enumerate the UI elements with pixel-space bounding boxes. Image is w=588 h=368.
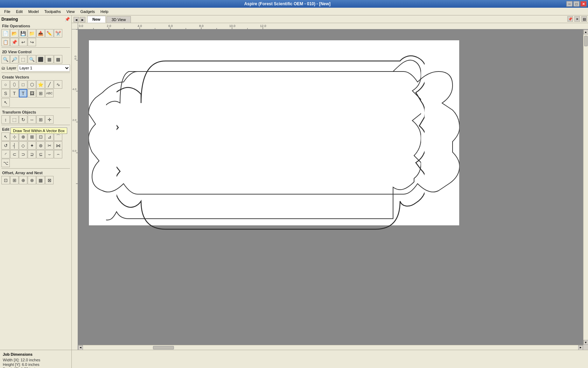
- view-all-btn[interactable]: ⬛: [36, 55, 45, 63]
- rotate-segment-btn[interactable]: ↺: [1, 141, 10, 150]
- path-array-btn[interactable]: ⊠: [45, 176, 54, 184]
- node-edit-btn[interactable]: ✏️: [45, 29, 54, 38]
- vertical-scrollbar[interactable]: ▲ ▼: [583, 29, 588, 345]
- create-vectors-grid: ○ ⬯ □ ⬡ ⭐ ╱ ∿ S T T 🖼 ⊞ ABC: [1, 80, 70, 97]
- menu-toolpaths[interactable]: Toolpaths: [42, 9, 64, 14]
- new-file-btn[interactable]: 📄: [1, 29, 10, 38]
- menu-view[interactable]: View: [64, 9, 78, 14]
- circular-array-btn[interactable]: ⊕: [19, 176, 27, 184]
- draw-s-curve-btn[interactable]: S: [1, 89, 10, 97]
- select-btn[interactable]: ↖: [1, 132, 10, 141]
- vscroll-up-btn[interactable]: ▲: [583, 29, 588, 34]
- close-btn[interactable]: ⊃: [19, 150, 27, 158]
- fillet-btn[interactable]: ◇: [19, 141, 27, 150]
- draw-rect-btn[interactable]: □: [19, 80, 27, 89]
- draw-polygon-btn[interactable]: ⬡: [28, 80, 36, 89]
- hscroll-thumb[interactable]: [153, 346, 174, 349]
- svg-text:4.0: 4.0: [72, 88, 77, 91]
- tab-close-btn[interactable]: ✕: [574, 16, 580, 22]
- horizontal-scrollbar[interactable]: ◄ ►: [78, 345, 583, 350]
- draw-text-btn[interactable]: T: [10, 89, 19, 97]
- tab-bar: ◄ ► New 3D View 📌 ✕ ▤: [72, 15, 588, 23]
- toolbox-toggle-btn[interactable]: ▤: [581, 16, 587, 22]
- arc-btn[interactable]: ◜: [1, 150, 10, 158]
- draw-curve-btn[interactable]: ∿: [54, 80, 62, 89]
- job-dim-width: Width [X]: 12.0 inches: [3, 358, 69, 362]
- select-connected-btn[interactable]: ⊠: [28, 132, 36, 141]
- menu-help[interactable]: Help: [98, 9, 111, 14]
- tab-pin-btn[interactable]: 📌: [567, 16, 573, 22]
- maximize-button[interactable]: □: [573, 1, 580, 7]
- break-btn[interactable]: ⊂: [10, 150, 19, 158]
- undo-btn[interactable]: ↩: [19, 38, 27, 46]
- draw-text-box-btn[interactable]: T: [19, 89, 27, 97]
- separator-4: [1, 125, 70, 125]
- zoom-in-btn[interactable]: 🔎: [10, 55, 19, 63]
- select-region-btn[interactable]: ⊡: [36, 132, 45, 141]
- tab-new[interactable]: New: [87, 16, 106, 23]
- toggle-grid-btn[interactable]: ▩: [54, 55, 62, 63]
- menu-edit[interactable]: Edit: [13, 9, 26, 14]
- sidebar-pin-icon[interactable]: 📌: [65, 17, 70, 22]
- open-btn[interactable]: ⌣: [45, 150, 54, 158]
- split-btn[interactable]: ⋈: [54, 141, 62, 150]
- save-file-btn[interactable]: 💾: [19, 29, 27, 38]
- copy-btn[interactable]: 📋: [1, 38, 10, 46]
- view-options-btn[interactable]: ▦: [45, 55, 54, 63]
- draw-line-btn[interactable]: ╱: [45, 80, 54, 89]
- draw-star-btn[interactable]: ⭐: [36, 80, 45, 89]
- cut-btn[interactable]: ✂️: [54, 29, 62, 38]
- node-select-btn[interactable]: ⊹: [10, 132, 19, 141]
- import-btn[interactable]: 📥: [36, 29, 45, 38]
- hscroll-left-btn[interactable]: ◄: [78, 345, 83, 350]
- layer-select[interactable]: Layer 1: [18, 64, 70, 71]
- minimize-button[interactable]: ─: [566, 1, 573, 7]
- measure-btn[interactable]: ⊿: [45, 132, 54, 141]
- draw-abc-btn[interactable]: ABC: [45, 89, 54, 97]
- redo-btn[interactable]: ↪: [28, 38, 36, 46]
- zoom-selected-btn[interactable]: 🔍: [28, 55, 36, 63]
- offset-btn[interactable]: ⊡: [1, 176, 10, 184]
- zoom-all-btn[interactable]: 🔍: [1, 55, 10, 63]
- trim-btn[interactable]: ✂: [45, 141, 54, 150]
- draw-bitmap-btn[interactable]: 🖼: [28, 89, 36, 97]
- open-file-btn[interactable]: 📂: [10, 29, 19, 38]
- paste-btn[interactable]: 📌: [10, 38, 19, 46]
- menu-gadgets[interactable]: Gadgets: [77, 9, 98, 14]
- align-btn[interactable]: ✛: [45, 115, 54, 124]
- menu-model[interactable]: Model: [26, 9, 42, 14]
- canvas-area[interactable]: [78, 29, 583, 345]
- hscroll-right-btn[interactable]: ►: [578, 345, 583, 350]
- draw-circle-btn[interactable]: ○: [1, 80, 10, 89]
- menu-file[interactable]: File: [1, 9, 13, 14]
- vscroll-down-btn[interactable]: ▼: [583, 340, 588, 345]
- open-recent-btn[interactable]: 📁: [28, 29, 36, 38]
- mirror2-btn[interactable]: ⊆: [36, 150, 45, 158]
- join-btn[interactable]: ⊛: [36, 141, 45, 150]
- tab-nav-right[interactable]: ►: [80, 17, 85, 22]
- smart-smooth-btn[interactable]: ⊕: [19, 132, 27, 141]
- weld-btn[interactable]: ✦: [28, 141, 36, 150]
- vscroll-thumb[interactable]: [584, 36, 588, 46]
- move-btn[interactable]: ↕: [1, 115, 10, 124]
- block-array-btn[interactable]: ▦: [36, 176, 45, 184]
- rotate-btn[interactable]: ↻: [19, 115, 27, 124]
- tab-nav-left[interactable]: ◄: [74, 17, 79, 22]
- scale-btn[interactable]: ↔: [28, 115, 36, 124]
- zoom-window-btn[interactable]: ⬚: [19, 55, 27, 63]
- extend-btn[interactable]: ┤: [10, 141, 19, 150]
- extend2-btn[interactable]: ⊇: [28, 150, 36, 158]
- reverse-btn[interactable]: ⌥: [1, 159, 10, 167]
- nesting-btn[interactable]: ⊗: [28, 176, 36, 184]
- array-copy-btn[interactable]: ⊞: [10, 176, 19, 184]
- tab-3d-view[interactable]: 3D View: [106, 16, 131, 23]
- distort-btn[interactable]: ⊞: [36, 115, 45, 124]
- smooth-btn[interactable]: ⌒: [54, 132, 62, 141]
- close-button[interactable]: ✕: [580, 1, 587, 7]
- ruler-corner: [72, 23, 78, 29]
- mirror-btn[interactable]: ⬚: [10, 115, 19, 124]
- close2-btn[interactable]: ⌢: [54, 150, 62, 158]
- draw-texture-btn[interactable]: ⊞: [36, 89, 45, 97]
- draw-ellipse-btn[interactable]: ⬯: [10, 80, 19, 89]
- pointer-btn[interactable]: ↖: [1, 98, 10, 107]
